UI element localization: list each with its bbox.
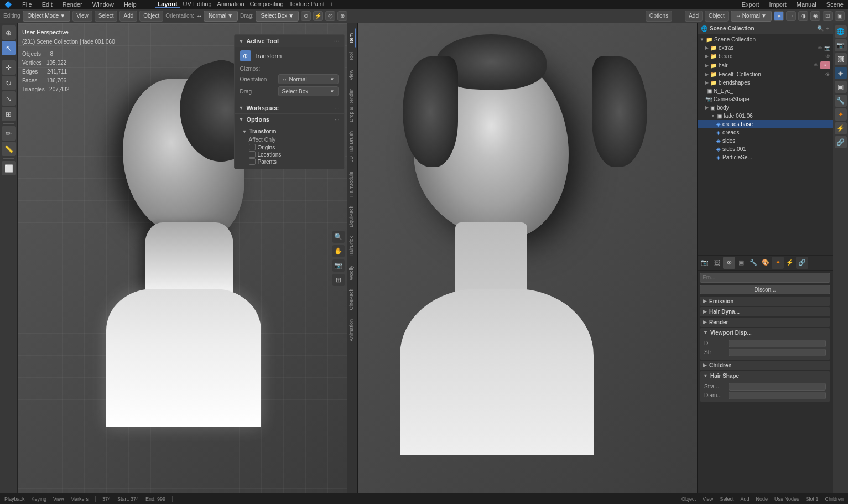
menu-manual[interactable]: Manual <box>794 1 819 8</box>
tree-item-facelt[interactable]: ▶ 📁 Facelt_Collection 👁 <box>698 70 833 79</box>
extras-render[interactable]: 📷 <box>824 45 830 51</box>
modifier-input[interactable] <box>700 273 830 283</box>
vtab-liquipack[interactable]: LiquiPack <box>348 201 356 232</box>
right-icon-modifier[interactable]: 🔧 <box>835 95 847 107</box>
options-header[interactable]: ▼ Options ··· <box>235 114 344 125</box>
hair-eye[interactable]: 👁 <box>814 63 819 68</box>
tree-item-neye[interactable]: ▣ N_Eye_ <box>698 87 833 95</box>
workspace-uv[interactable]: UV Editing <box>181 1 214 8</box>
hair-dynamics-header[interactable]: ▶ Hair Dyna... <box>700 307 830 316</box>
vtab-item[interactable]: Item <box>348 29 356 48</box>
menu-window[interactable]: Window <box>90 1 116 8</box>
transform-tool[interactable]: ⊞ <box>2 107 16 121</box>
view-menu-btn[interactable]: View <box>72 11 92 22</box>
right-icon-view[interactable]: ◈ <box>835 67 847 79</box>
right-icon-render[interactable]: 📷 <box>835 39 847 51</box>
status-use-nodes[interactable]: Use Nodes <box>774 496 799 502</box>
vtab-hairbrick[interactable]: HairBrick <box>348 232 356 261</box>
prop-icon-constraints[interactable]: 🔗 <box>796 257 808 269</box>
snap-btn[interactable]: ⚡ <box>313 11 323 21</box>
prop-icon-material[interactable]: 🎨 <box>759 257 772 269</box>
options-btn[interactable]: Options <box>646 11 672 22</box>
tree-item-dreads-base[interactable]: ◈ dreads base <box>698 120 833 128</box>
vtab-tool[interactable]: Tool <box>348 48 356 66</box>
viewport-left[interactable]: User Perspective (231) Scene Collection … <box>18 23 357 493</box>
prop-icon-scene[interactable]: 📷 <box>699 257 711 269</box>
hair-shape-header[interactable]: ▼ Hair Shape <box>700 371 830 381</box>
diam-value-bar[interactable] <box>729 392 826 399</box>
transform-subsection[interactable]: ▼ Transform <box>240 127 339 136</box>
emission-header[interactable]: ▶ Emission <box>700 297 830 306</box>
menu-scene[interactable]: Scene <box>824 1 846 8</box>
transform-orient-btn[interactable]: ⊕ <box>337 11 347 21</box>
workspace-header[interactable]: ▼ Workspace ··· <box>235 102 344 113</box>
origins-checkbox-item[interactable]: Origins <box>249 144 339 150</box>
add-cube-tool[interactable]: ⬜ <box>2 161 16 175</box>
add-menu-btn[interactable]: Add <box>119 11 137 22</box>
workspace-animation[interactable]: Animation <box>215 1 247 8</box>
orientation-dropdown[interactable]: Normal ▼ <box>204 11 238 22</box>
scene-new-collection-icon[interactable]: + <box>826 25 829 32</box>
tree-item-dreads[interactable]: ◈ dreads <box>698 128 833 137</box>
table-icon[interactable]: ⊞ <box>332 274 345 286</box>
prop-icon-particles[interactable]: ⊛ <box>723 257 735 269</box>
children-header[interactable]: ▶ Children <box>700 361 830 370</box>
drag-dropdown[interactable]: Select Box ▼ <box>256 11 299 22</box>
camera-icon[interactable]: 📷 <box>332 259 345 272</box>
overlays-btn[interactable]: ⊡ <box>823 11 833 21</box>
extras-eye[interactable]: 👁 <box>818 45 823 51</box>
right-icon-constraints[interactable]: 🔗 <box>835 136 847 148</box>
rotate-tool[interactable]: ↻ <box>2 76 16 90</box>
active-tool-header[interactable]: ▼ Active Tool ··· <box>235 35 344 47</box>
status-playback[interactable]: Playback <box>4 496 25 502</box>
status-end[interactable]: End: 999 <box>145 496 165 502</box>
vtab-animation[interactable]: Animation <box>348 315 356 346</box>
object-btn-right[interactable]: Object <box>705 11 729 22</box>
status-node[interactable]: Node <box>756 496 768 502</box>
parents-checkbox[interactable] <box>249 158 256 165</box>
drag-dropdown-panel[interactable]: Select Box ▼ <box>278 86 339 96</box>
workspace-layout[interactable]: Layout <box>155 1 180 8</box>
scale-tool[interactable]: ⤡ <box>2 91 16 106</box>
tree-item-body[interactable]: ▶ ▣ body <box>698 103 833 112</box>
tree-item-extras[interactable]: ▶ 📁 extras 👁 📷 <box>698 44 833 52</box>
status-object[interactable]: Object <box>681 496 696 502</box>
pan-icon[interactable]: ✋ <box>332 245 345 257</box>
facelt-eye[interactable]: 👁 <box>825 72 830 77</box>
prop-icon-render[interactable]: 🖼 <box>711 257 723 269</box>
select-tool[interactable]: ↖ <box>2 41 16 55</box>
xray-btn[interactable]: ▣ <box>835 11 845 21</box>
tree-item-hair[interactable]: ▶ 📁 hair 👁 ▪ <box>698 60 833 70</box>
cursor-tool[interactable]: ⊕ <box>2 25 16 40</box>
status-select[interactable]: Select <box>720 496 733 502</box>
vtab-woolly[interactable]: Woolly <box>348 261 356 285</box>
move-tool[interactable]: ✛ <box>2 60 16 75</box>
tree-item-particles[interactable]: ◈ ParticleSe... <box>698 153 833 162</box>
locations-checkbox[interactable] <box>249 151 256 158</box>
workspace-dots[interactable]: ··· <box>335 105 339 111</box>
object-mode-dropdown[interactable]: Object Mode ▼ <box>23 11 71 22</box>
tree-item-beard[interactable]: ▶ 📁 beard 👁 <box>698 52 833 60</box>
zoom-icon[interactable]: 🔍 <box>332 231 345 243</box>
render-header[interactable]: ▶ Render <box>700 318 830 327</box>
prop-icon-physics[interactable]: ⚡ <box>784 257 796 269</box>
annotate-tool[interactable]: ✏ <box>2 126 16 141</box>
str-value-bar[interactable] <box>729 349 826 356</box>
tree-item-scene-root[interactable]: ▼ 📁 Scene Collection <box>698 35 833 44</box>
menu-file[interactable]: File <box>20 1 34 8</box>
right-icon-output[interactable]: 🖼 <box>835 53 847 65</box>
disconnect-btn[interactable]: Discon... <box>700 285 830 294</box>
workspace-add[interactable]: + <box>328 1 336 8</box>
status-keying[interactable]: Keying <box>32 496 47 502</box>
strand-value-bar[interactable] <box>729 383 826 391</box>
select-menu-btn[interactable]: Select <box>95 11 118 22</box>
menu-render[interactable]: Render <box>60 1 85 8</box>
tree-item-blendshapes[interactable]: ▶ 📁 blendshapes <box>698 79 833 87</box>
menu-import[interactable]: Import <box>767 1 789 8</box>
d-value-bar[interactable] <box>729 340 826 347</box>
vtab-hairmodule[interactable]: HairModule <box>348 167 356 201</box>
status-frame[interactable]: 374 <box>102 496 111 502</box>
right-icon-scene[interactable]: 🌐 <box>835 25 847 38</box>
solid-shading-btn[interactable]: ● <box>774 11 784 21</box>
right-icon-particles[interactable]: ✦ <box>835 108 847 121</box>
